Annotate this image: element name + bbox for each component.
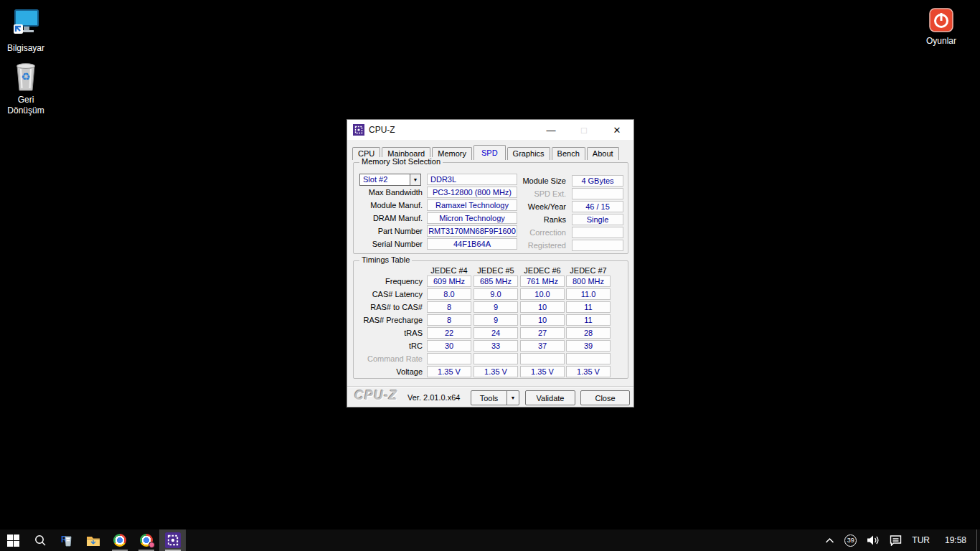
taskbar-chrome[interactable]: [106, 529, 133, 551]
timing-cell: 39: [566, 340, 611, 352]
show-desktop-button[interactable]: [976, 529, 980, 551]
timing-cell: 1.35 V: [520, 366, 565, 377]
timing-cell: 800 MHz: [566, 276, 611, 287]
timing-cell: 11.0: [566, 288, 611, 300]
slot-select-value: Slot #2: [363, 175, 387, 184]
timing-cell: 1.35 V: [473, 366, 518, 377]
column-header: JEDEC #7: [566, 265, 611, 276]
timing-cell: [520, 353, 565, 364]
week-year-field: 46 / 15: [572, 201, 623, 212]
tray-volume[interactable]: [862, 529, 885, 551]
field-label: Week/Year: [517, 201, 566, 212]
timing-cell: 37: [520, 340, 565, 352]
timing-cell: 30: [427, 340, 471, 352]
registered-field: [572, 240, 623, 251]
tab-spd[interactable]: SPD: [473, 145, 506, 160]
row-label: CAS# Latency: [354, 288, 423, 300]
row-label: tRC: [354, 340, 423, 352]
correction-field: [572, 227, 623, 238]
tray-action-center[interactable]: [885, 529, 907, 551]
timing-cell: [427, 353, 471, 364]
tray-chevron-up[interactable]: [820, 529, 839, 551]
power-red-icon: [915, 6, 967, 33]
chevron-down-icon[interactable]: ▼: [507, 391, 519, 405]
field-label: Part Number: [354, 225, 423, 237]
timing-cell: 10: [520, 314, 565, 326]
recycle-bin-icon: ♻: [0, 59, 52, 92]
desktop-icon-label: Bilgisayar: [0, 43, 52, 54]
desktop-icon-recycle-bin[interactable]: ♻ Geri Dönüşüm: [0, 59, 52, 116]
tab-graphics[interactable]: Graphics: [507, 147, 550, 160]
max-bandwidth-field: PC3-12800 (800 MHz): [427, 187, 517, 198]
tools-button-label[interactable]: Tools: [471, 391, 507, 405]
footer-separator: [347, 386, 633, 387]
taskbar-file-explorer[interactable]: [80, 529, 106, 551]
timing-cell: 685 MHz: [473, 276, 518, 287]
field-label: SPD Ext.: [517, 188, 566, 199]
timing-cell: 8.0: [427, 288, 471, 300]
language-label: TUR: [912, 535, 930, 545]
memory-slot-selection-group: Memory Slot Selection Slot #2 ▼ DDR3L Ma…: [353, 162, 628, 254]
cpuz-logo: CPU-Z: [354, 388, 397, 403]
folder-icon: [86, 534, 100, 547]
close-button[interactable]: ✕: [600, 120, 633, 140]
cpuz-window: CPU-Z — □ ✕ CPU Mainboard Memory SPD Gra…: [347, 119, 634, 408]
group-title: Memory Slot Selection: [359, 157, 443, 166]
timing-cell: 8: [427, 314, 471, 326]
row-label: RAS# to CAS#: [354, 301, 423, 313]
timing-cell: 9.0: [473, 288, 518, 300]
row-label: Frequency: [354, 276, 423, 287]
cpuz-icon: [165, 532, 181, 548]
field-label: DRAM Manuf.: [354, 212, 423, 224]
field-label: Module Size: [517, 175, 566, 187]
row-label: tRAS: [354, 327, 423, 339]
timing-cell: 9: [473, 314, 518, 326]
minimize-button[interactable]: —: [534, 120, 567, 140]
dram-manuf-field: Micron Technology: [427, 212, 517, 224]
tools-button[interactable]: Tools ▼: [471, 390, 519, 405]
taskbar-app-r-glass[interactable]: R: [53, 529, 80, 551]
column-header: JEDEC #4: [427, 265, 471, 276]
field-label: Registered: [517, 240, 566, 251]
tab-bench[interactable]: Bench: [552, 147, 585, 160]
module-manuf-field: Ramaxel Technology: [427, 199, 517, 211]
search-button[interactable]: [27, 529, 53, 551]
tray-language[interactable]: TUR: [907, 529, 935, 551]
row-label: RAS# Precharge: [354, 314, 423, 326]
desktop-icon-oyunlar[interactable]: Oyunlar: [915, 6, 967, 47]
action-center-icon: [890, 534, 902, 546]
timing-cell: [566, 353, 611, 364]
taskbar-chrome-profile[interactable]: [133, 529, 159, 551]
ranks-field: Single: [572, 214, 623, 225]
tray-clock[interactable]: 19:58: [935, 529, 976, 551]
titlebar[interactable]: CPU-Z — □ ✕: [347, 120, 633, 140]
timing-cell: 10: [520, 301, 565, 313]
tray-badge-39[interactable]: 39: [839, 529, 862, 551]
close-window-button[interactable]: Close: [580, 390, 630, 405]
tab-about[interactable]: About: [587, 147, 619, 160]
timing-cell: 9: [473, 301, 518, 313]
version-text: Ver. 2.01.0.x64: [407, 393, 460, 402]
timing-cell: 1.35 V: [427, 366, 471, 377]
slot-select[interactable]: Slot #2 ▼: [359, 174, 421, 186]
timing-cell: 27: [520, 327, 565, 339]
timing-cell: [473, 353, 518, 364]
speaker-icon: [867, 534, 880, 546]
column-header: JEDEC #6: [520, 265, 565, 276]
group-title: Timings Table: [359, 255, 412, 264]
field-label: Module Manuf.: [354, 199, 423, 211]
timing-cell: 609 MHz: [427, 276, 471, 287]
timing-cell: 8: [427, 301, 471, 313]
timing-cell: 22: [427, 327, 471, 339]
start-button[interactable]: [0, 529, 27, 551]
desktop-icon-computer[interactable]: Bilgisayar: [0, 6, 52, 54]
chevron-down-icon[interactable]: ▼: [410, 174, 420, 185]
windows-logo-icon: [7, 534, 19, 547]
timing-cell: 11: [566, 301, 611, 313]
r-glass-icon: R: [60, 533, 73, 547]
taskbar: R 39: [0, 529, 980, 551]
validate-button[interactable]: Validate: [525, 390, 575, 405]
taskbar-cpuz[interactable]: [159, 529, 186, 551]
timing-cell: 24: [473, 327, 518, 339]
field-label: Max Bandwidth: [354, 187, 423, 198]
